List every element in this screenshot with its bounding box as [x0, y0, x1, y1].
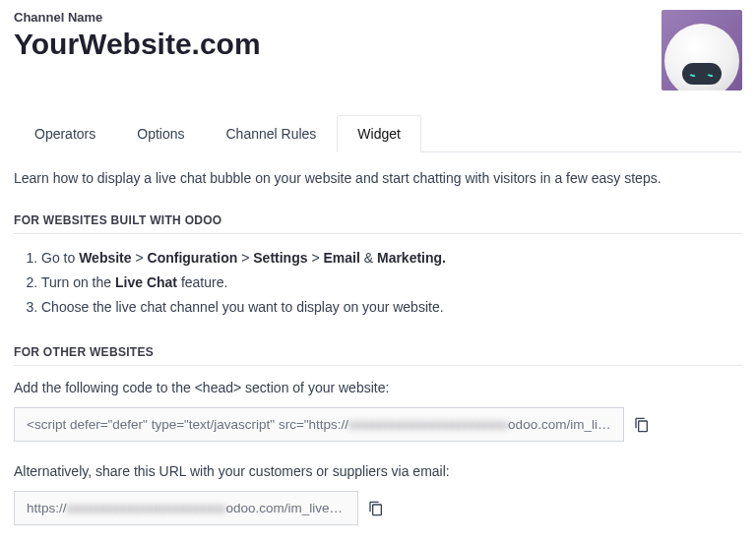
script-snippet-row: <script defer="defer" type="text/javascr… [14, 407, 742, 442]
head-instruction-text: Add the following code to the <head> sec… [14, 380, 742, 395]
header-row: Channel Name YourWebsite.com [14, 10, 742, 90]
url-snippet-box[interactable]: https://xxxxxxxxxxxxxxxxxxxxxxxxodoo.com… [14, 491, 358, 525]
copy-icon[interactable] [634, 417, 650, 433]
section-heading-odoo: FOR WEBSITES BUILT WITH ODOO [14, 213, 742, 234]
channel-avatar[interactable] [662, 10, 742, 90]
copy-icon[interactable] [368, 501, 384, 516]
tab-options[interactable]: Options [116, 115, 205, 152]
script-snippet-box[interactable]: <script defer="defer" type="text/javascr… [14, 407, 624, 442]
tab-operators[interactable]: Operators [14, 115, 116, 152]
header-text-block: Channel Name YourWebsite.com [14, 10, 662, 62]
alt-instruction-text: Alternatively, share this URL with your … [14, 463, 742, 479]
step-3: Choose the live chat channel you want to… [41, 297, 742, 318]
odoo-steps-list: Go to Website > Configuration > Settings… [41, 248, 742, 318]
tab-widget[interactable]: Widget [337, 115, 421, 152]
channel-name-label: Channel Name [14, 10, 662, 25]
url-snippet-row: https://xxxxxxxxxxxxxxxxxxxxxxxxodoo.com… [14, 491, 742, 525]
tabs: Operators Options Channel Rules Widget [14, 114, 742, 152]
step-1: Go to Website > Configuration > Settings… [41, 248, 742, 269]
section-heading-other: FOR OTHER WEBSITES [14, 345, 742, 366]
tab-channel-rules[interactable]: Channel Rules [206, 115, 338, 152]
step-2: Turn on the Live Chat feature. [41, 272, 742, 293]
widget-intro-text: Learn how to display a live chat bubble … [14, 170, 742, 186]
bot-icon [664, 24, 739, 90]
channel-name-value[interactable]: YourWebsite.com [14, 27, 662, 62]
